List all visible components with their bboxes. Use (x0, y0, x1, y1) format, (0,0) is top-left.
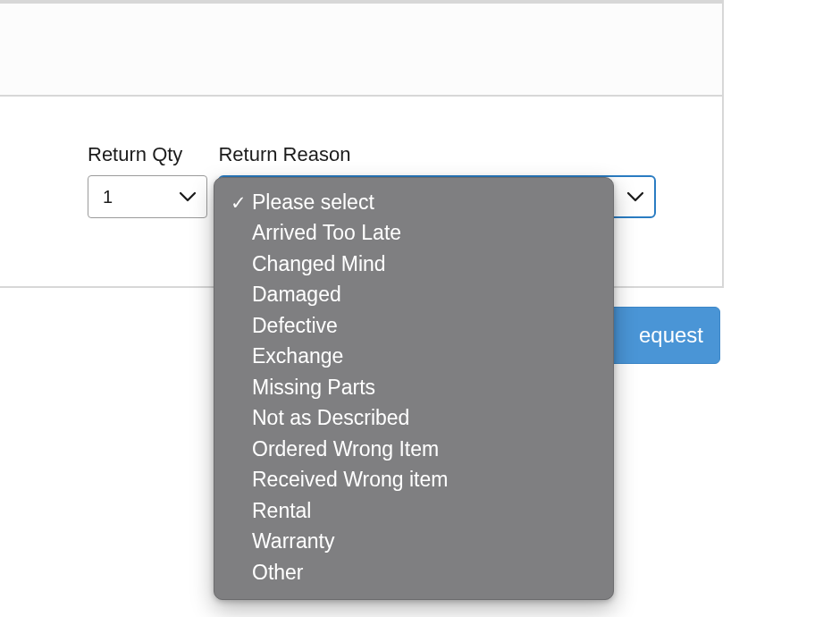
return-qty-value: 1 (103, 187, 113, 207)
dropdown-item-label: Damaged (252, 284, 595, 305)
dropdown-item[interactable]: Rental (214, 495, 613, 527)
return-qty-select[interactable]: 1 (88, 175, 207, 218)
dropdown-item-label: Rental (252, 501, 595, 521)
header-strip-inner (0, 2, 724, 97)
dropdown-item-label: Warranty (252, 531, 595, 552)
dropdown-item-label: Received Wrong item (252, 469, 595, 490)
dropdown-item-label: Arrived Too Late (252, 223, 595, 243)
dropdown-item[interactable]: Not as Described (214, 403, 613, 435)
dropdown-item[interactable]: Changed Mind (214, 249, 613, 280)
dropdown-item-label: Not as Described (252, 408, 595, 428)
return-qty-label: Return Qty (88, 143, 207, 166)
dropdown-item-label: Ordered Wrong Item (252, 439, 595, 460)
return-reason-dropdown-menu[interactable]: ✓Please selectArrived Too LateChanged Mi… (214, 177, 614, 600)
dropdown-item[interactable]: Warranty (214, 527, 613, 558)
dropdown-item[interactable]: Arrived Too Late (214, 218, 613, 249)
submit-button-label: equest (639, 323, 703, 348)
check-icon: ✓ (231, 193, 252, 212)
dropdown-item-label: Exchange (252, 346, 595, 367)
dropdown-item-label: Changed Mind (252, 254, 595, 275)
dropdown-item[interactable]: Ordered Wrong Item (214, 434, 613, 465)
chevron-down-icon (180, 191, 196, 202)
return-qty-group: Return Qty 1 (88, 143, 207, 218)
dropdown-item[interactable]: Damaged (214, 280, 613, 311)
dropdown-item[interactable]: ✓Please select (214, 187, 613, 218)
dropdown-item[interactable]: Exchange (214, 342, 613, 373)
dropdown-item-label: Please select (252, 192, 595, 213)
dropdown-item[interactable]: Defective (214, 310, 613, 342)
dropdown-item-label: Other (252, 562, 595, 583)
dropdown-item[interactable]: Other (214, 557, 613, 588)
chevron-down-icon (627, 191, 643, 202)
dropdown-item[interactable]: Received Wrong item (214, 465, 613, 496)
dropdown-item-label: Defective (252, 316, 595, 336)
dropdown-item[interactable]: Missing Parts (214, 372, 613, 403)
dropdown-item-label: Missing Parts (252, 377, 595, 398)
return-reason-label: Return Reason (218, 143, 656, 166)
